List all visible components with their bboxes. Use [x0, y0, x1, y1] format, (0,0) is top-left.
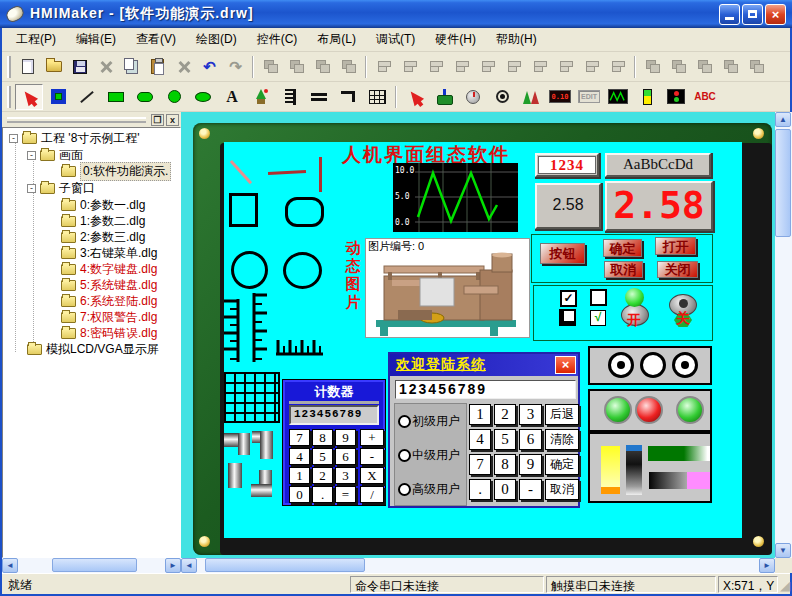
- scroll-up-button[interactable]: ▲: [775, 112, 791, 127]
- menu-layout[interactable]: 布局(L): [307, 29, 366, 50]
- lamp-control-button[interactable]: [662, 84, 690, 110]
- horizontal-bar-dark[interactable]: [649, 472, 687, 489]
- login-key-cancel[interactable]: 取消: [545, 479, 579, 500]
- tree-item-label[interactable]: 子窗口: [59, 180, 95, 197]
- checkbox-empty[interactable]: [590, 289, 607, 306]
- indicator-lamp-left[interactable]: [608, 352, 634, 378]
- send-back-button[interactable]: [284, 55, 309, 79]
- sketch-line-vertical[interactable]: [319, 157, 322, 192]
- scale-tool-button[interactable]: [276, 84, 304, 110]
- button-control-button[interactable]: [430, 84, 458, 110]
- move-up-button[interactable]: [310, 55, 335, 79]
- scroll-down-button[interactable]: ▼: [775, 543, 791, 558]
- menu-view[interactable]: 查看(V): [126, 29, 186, 50]
- text-tool-button[interactable]: A: [218, 84, 246, 110]
- tree-item-dlg4[interactable]: 4:数字键盘.dlg: [61, 261, 157, 277]
- login-key-7[interactable]: 7: [469, 454, 491, 475]
- horizontal-bar-green[interactable]: [648, 446, 710, 461]
- tree-item-label[interactable]: 3:右键菜单.dlg: [80, 245, 157, 262]
- tree-item-dlg2[interactable]: 2:参数三.dlg: [61, 229, 145, 245]
- table-tool-button[interactable]: [363, 84, 391, 110]
- resize-grip[interactable]: ◢: [780, 578, 790, 593]
- canvas-hscroll-thumb[interactable]: [205, 558, 365, 572]
- tree-item-dlg6[interactable]: 6:系统登陆.dlg: [61, 293, 157, 309]
- hmi-screen[interactable]: 人机界面组态软件: [224, 142, 742, 538]
- menu-help[interactable]: 帮助(H): [486, 29, 547, 50]
- seven-seg-big-display[interactable]: 2.58: [605, 181, 713, 231]
- minimize-button[interactable]: [719, 4, 740, 25]
- pipe-segment[interactable]: [228, 463, 242, 488]
- font-sample-display[interactable]: AaBbCcDd: [605, 153, 711, 177]
- counter-key-4[interactable]: 4: [289, 448, 310, 465]
- indicator-control-button[interactable]: [488, 84, 516, 110]
- menu-debug[interactable]: 调试(T): [366, 29, 425, 50]
- cancel-button[interactable]: 取消: [604, 261, 643, 278]
- picture-tool-button[interactable]: [247, 84, 275, 110]
- align-left-button[interactable]: [371, 55, 396, 79]
- login-key-6[interactable]: 6: [519, 429, 542, 450]
- counter-key-dot[interactable]: .: [312, 486, 333, 503]
- indicator-lamp-right[interactable]: [672, 352, 698, 378]
- horizontal-ruler[interactable]: [276, 338, 323, 356]
- layout-ungroup-button[interactable]: [744, 55, 769, 79]
- numeric-display-button[interactable]: 0.10: [546, 84, 574, 110]
- counter-key-divide[interactable]: /: [360, 486, 384, 503]
- menu-controls[interactable]: 控件(C): [247, 29, 308, 50]
- counter-key-8[interactable]: 8: [312, 429, 333, 446]
- counter-key-5[interactable]: 5: [312, 448, 333, 465]
- same-height-button[interactable]: [527, 55, 552, 79]
- login-key-0[interactable]: 0: [494, 479, 516, 500]
- fill-shape-tool-button[interactable]: [44, 84, 72, 110]
- layout-group-button[interactable]: [718, 55, 743, 79]
- login-key-9[interactable]: 9: [519, 454, 542, 475]
- canvas-vscrollbar[interactable]: ▲ ▼: [775, 112, 792, 558]
- scroll-left-button[interactable]: ◄: [181, 558, 197, 573]
- checkbox-checked[interactable]: ✓: [560, 290, 577, 307]
- same-size-button[interactable]: [553, 55, 578, 79]
- login-key-2[interactable]: 2: [494, 404, 516, 425]
- login-key-4[interactable]: 4: [469, 429, 491, 450]
- led-green-right[interactable]: [676, 396, 704, 424]
- canvas-hscrollbar[interactable]: ◄ ►: [181, 558, 775, 573]
- align-top-button[interactable]: [397, 55, 422, 79]
- radio-icon[interactable]: [398, 483, 411, 496]
- tree-item-label[interactable]: 0:软件功能演示.: [80, 162, 171, 181]
- toggle-switch-off[interactable]: 关: [666, 291, 702, 331]
- rounded-rect-tool-button[interactable]: [131, 84, 159, 110]
- trend-chart[interactable]: 10.0 5.0 0.0: [393, 163, 518, 232]
- login-key-clear[interactable]: 清除: [545, 429, 579, 450]
- counter-key-multiply[interactable]: X: [360, 467, 384, 484]
- tree-item-label[interactable]: 2:参数三.dlg: [80, 229, 145, 246]
- radio-basic-user[interactable]: 初级用户: [398, 412, 460, 430]
- radio-mid-user[interactable]: 中级用户: [398, 446, 460, 464]
- vertical-ruler-left[interactable]: [224, 299, 240, 362]
- tree-item-label[interactable]: 工程 '8寸示例工程': [41, 130, 140, 147]
- bring-front-button[interactable]: [258, 55, 283, 79]
- toolbar-grip[interactable]: [7, 56, 11, 78]
- save-button[interactable]: [67, 55, 92, 79]
- knob-control-button[interactable]: [459, 84, 487, 110]
- login-key-dot[interactable]: .: [469, 479, 491, 500]
- double-line-tool-button[interactable]: [305, 84, 333, 110]
- space-vertical-button[interactable]: [605, 55, 630, 79]
- radio-advanced-user[interactable]: 高级用户: [398, 480, 460, 498]
- tree-item-label[interactable]: 6:系统登陆.dlg: [80, 293, 157, 310]
- toolbar-grip[interactable]: [7, 86, 11, 108]
- vertical-ruler-right[interactable]: [252, 293, 268, 362]
- login-close-button[interactable]: ×: [555, 356, 576, 374]
- counter-key-2[interactable]: 2: [312, 467, 333, 484]
- polyline-tool-button[interactable]: [334, 84, 362, 110]
- center-vertical-button[interactable]: [475, 55, 500, 79]
- tree-item-screens[interactable]: - 画面: [27, 147, 83, 163]
- tree-item-dlg7[interactable]: 7:权限警告.dlg: [61, 309, 157, 325]
- scroll-left-button[interactable]: ◄: [2, 558, 18, 573]
- tree-expander[interactable]: -: [9, 134, 18, 143]
- rounded-rect-shape[interactable]: [285, 197, 324, 227]
- tree-item-label[interactable]: 1:参数二.dlg: [80, 213, 145, 230]
- login-key-ok[interactable]: 确定: [545, 454, 579, 475]
- menu-project[interactable]: 工程(P): [6, 29, 66, 50]
- seven-seg-small-display[interactable]: 1234: [535, 153, 599, 177]
- control-select-button[interactable]: [401, 84, 429, 110]
- sketch-line-pink[interactable]: [230, 160, 252, 184]
- tree-item-demo-screen[interactable]: 0:软件功能演示.: [61, 163, 171, 179]
